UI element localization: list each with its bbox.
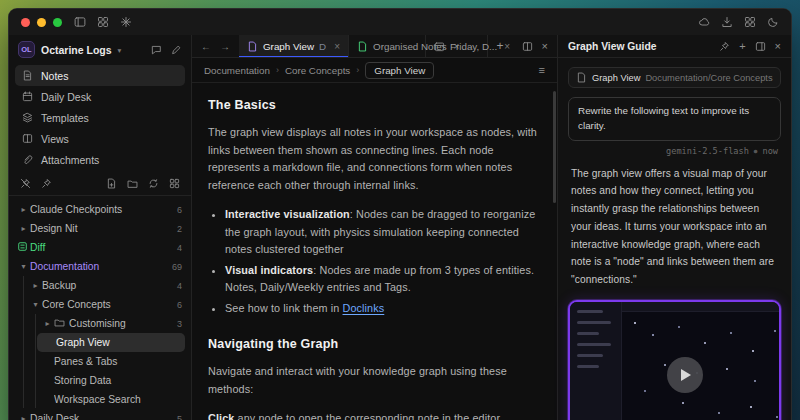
sync-icon[interactable]: [148, 178, 159, 189]
traffic-lights: [21, 18, 62, 27]
paperclip-icon: [22, 154, 33, 165]
apps-grid-icon[interactable]: [744, 16, 756, 28]
expand-panel-icon[interactable]: [755, 41, 766, 52]
dot-separator: ●: [754, 147, 758, 154]
sidebar-nav: Notes Daily Desk Templates Views Attachm…: [9, 62, 191, 170]
forward-button[interactable]: →: [220, 41, 230, 52]
panes-icon: [22, 133, 33, 144]
new-note-icon[interactable]: [171, 44, 182, 55]
tree-item-workspace-search[interactable]: Workspace Search: [9, 390, 191, 409]
video-mini-sidebar: [570, 302, 622, 420]
note-content[interactable]: The Basics The graph view displays all n…: [192, 83, 557, 420]
indent-guide: [35, 314, 36, 408]
chevron-down-icon: ▾: [17, 262, 30, 271]
chevron-right-icon: ▸: [17, 224, 30, 233]
new-folder-icon[interactable]: [127, 178, 138, 189]
editor-scrollbar[interactable]: [553, 91, 556, 203]
download-icon[interactable]: [721, 16, 733, 28]
breadcrumb-documentation[interactable]: Documentation: [204, 65, 270, 76]
window-titlebar: [9, 9, 791, 35]
chevron-right-icon: ▸: [29, 281, 42, 290]
sidebar-toolbar: [9, 170, 191, 196]
layout-grid-icon[interactable]: [97, 16, 109, 28]
sidebar: OL Octarine Logs ▾ Notes Daily Desk: [9, 35, 192, 420]
zoom-window-button[interactable]: [53, 18, 62, 27]
tree-item-storing-data[interactable]: Storing Data: [9, 371, 191, 390]
list-item: Visual indicators: Nodes are made up fro…: [225, 262, 537, 297]
pin-icon[interactable]: [719, 41, 730, 52]
editor-area: ← → Graph View Documentation... × Organi…: [192, 35, 558, 420]
notes-icon: [22, 70, 33, 81]
tree-item-backup[interactable]: ▸ Backup 4: [9, 276, 191, 295]
section-heading: Navigating the Graph: [208, 334, 537, 354]
pin-off-icon[interactable]: [20, 178, 31, 189]
context-chip[interactable]: Graph View Documentation/Core Concepts: [568, 67, 781, 88]
nav-label: Templates: [41, 112, 89, 124]
breadcrumb-core-concepts[interactable]: Core Concepts: [285, 65, 350, 76]
chevron-right-icon: ▸: [17, 414, 30, 420]
sidebar-item-daily-desk[interactable]: Daily Desk: [15, 86, 185, 107]
sidebar-toggle-icon[interactable]: [74, 16, 86, 28]
layers-icon: [22, 112, 33, 123]
document-icon: [247, 41, 258, 52]
new-tab-button[interactable]: +: [488, 39, 513, 53]
note-count: 5: [177, 414, 182, 420]
sidebar-item-notes[interactable]: Notes: [15, 65, 185, 86]
nav-label: Attachments: [41, 154, 99, 166]
close-pane-icon[interactable]: ×: [542, 41, 548, 52]
sidebar-item-views[interactable]: Views: [15, 128, 185, 149]
tree-item-claude-checkpoints[interactable]: ▸ Claude Checkpoints 6: [9, 200, 191, 219]
section-heading: The Basics: [208, 95, 537, 115]
new-chat-icon[interactable]: +: [739, 41, 745, 52]
paragraph: Navigate and interact with your knowledg…: [208, 363, 537, 398]
close-window-button[interactable]: [21, 18, 30, 27]
note-count: 6: [177, 205, 182, 215]
tab-graph-view[interactable]: Graph View Documentation... ×: [239, 35, 349, 57]
nav-label: Daily Desk: [41, 91, 91, 103]
breadcrumb-current-note[interactable]: Graph View: [365, 62, 434, 79]
pin-icon[interactable]: [41, 178, 52, 189]
new-file-icon[interactable]: [106, 178, 117, 189]
calendar-icon: [22, 91, 33, 102]
document-icon: [357, 41, 368, 52]
tree-item-core-concepts[interactable]: ▾ Core Concepts 6: [9, 295, 191, 314]
feedback-icon[interactable]: [151, 44, 162, 55]
chevron-right-icon: ▸: [17, 205, 30, 214]
split-view-icon[interactable]: [522, 41, 533, 52]
document-icon: [576, 72, 587, 83]
tab-subtitle: Documentation...: [319, 41, 327, 52]
tab-organised-notes[interactable]: Organised Notes ×: [349, 35, 426, 57]
note-count: 6: [177, 300, 182, 310]
sparkle-icon[interactable]: [120, 16, 132, 28]
back-button[interactable]: ←: [201, 41, 211, 52]
timestamp: now: [762, 146, 778, 156]
workspace-switcher[interactable]: OL Octarine Logs ▾: [9, 35, 191, 62]
tree-item-design-nit[interactable]: ▸ Design Nit 2: [9, 219, 191, 238]
tree-item-diff[interactable]: Diff 4: [9, 238, 191, 257]
close-tab-icon[interactable]: ×: [334, 41, 340, 52]
doclinks-link[interactable]: Doclinks: [343, 302, 385, 314]
chevron-right-icon: ▸: [41, 319, 54, 328]
tab-friday-daily[interactable]: Friday, D... ×: [426, 35, 488, 57]
graph-nodes: [634, 322, 636, 324]
tree-item-panes-tabs[interactable]: Panes & Tabs: [9, 352, 191, 371]
sidebar-item-templates[interactable]: Templates: [15, 107, 185, 128]
tree-item-daily-desk[interactable]: ▸ Daily Desk 5: [9, 409, 191, 420]
tree-item-graph-view[interactable]: Graph View: [37, 333, 185, 352]
chevron-down-icon: ▾: [29, 300, 42, 309]
video-preview[interactable]: [568, 300, 781, 420]
close-panel-icon[interactable]: ×: [775, 41, 781, 52]
cloud-sync-icon[interactable]: [698, 16, 710, 28]
play-button[interactable]: [667, 357, 703, 393]
theme-moon-icon[interactable]: [767, 16, 779, 28]
tree-item-customising[interactable]: ▸ Customising 3: [9, 314, 191, 333]
tree-item-documentation[interactable]: ▾ Documentation 69: [9, 257, 191, 276]
minimize-window-button[interactable]: [37, 18, 46, 27]
sidebar-item-attachments[interactable]: Attachments: [15, 149, 185, 170]
note-count: 2: [177, 224, 182, 234]
view-grid-icon[interactable]: [169, 178, 180, 189]
ai-response-text: The graph view offers a visual map of yo…: [571, 165, 778, 289]
tab-title: Graph View: [263, 41, 314, 52]
outline-menu-icon[interactable]: ≡: [539, 65, 545, 76]
calendar-icon: [434, 41, 445, 52]
